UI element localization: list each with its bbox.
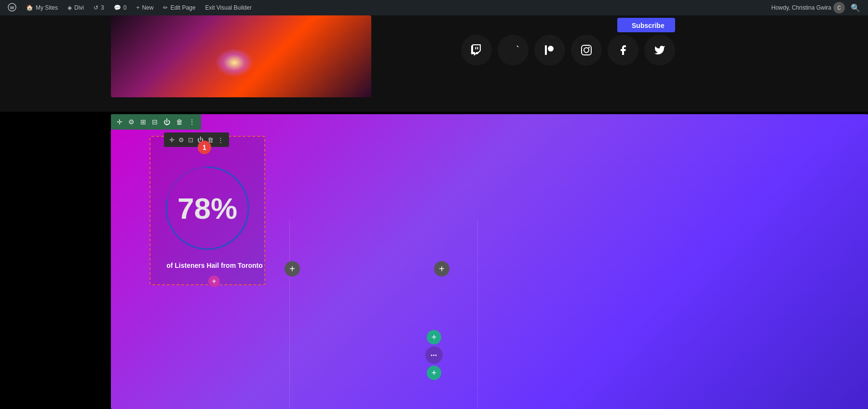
module-settings-icon[interactable]: ⚙	[178, 136, 185, 144]
stat-description: of Listeners Hail from Toronto	[159, 261, 270, 271]
svg-point-6	[588, 47, 590, 48]
divi-icon: ◈	[68, 4, 72, 11]
my-sites-button[interactable]: 🏠 My Sites	[22, 0, 62, 15]
edit-page-button[interactable]: ✏ Edit Page	[159, 0, 199, 15]
comments-count: 0	[123, 4, 127, 11]
module-clone-icon[interactable]: ⊡	[188, 136, 194, 144]
instagram-button[interactable]	[571, 35, 602, 66]
divi-button[interactable]: ◈ Divi	[64, 0, 88, 15]
my-sites-label: My Sites	[36, 4, 58, 11]
revisions-button[interactable]: ↺ 3	[90, 0, 108, 15]
col-add-button-1[interactable]: +	[285, 261, 300, 277]
module-badge: 1	[198, 141, 211, 154]
admin-bar-right: Howdy, Christina Gwira C 🔍	[772, 2, 864, 13]
twitch-button[interactable]	[461, 35, 492, 66]
page-content: Subscribe	[0, 15, 868, 409]
add-row-button[interactable]: +	[427, 330, 441, 344]
facebook-button[interactable]	[608, 35, 638, 66]
bottom-controls: + ••• +	[425, 330, 443, 380]
stat-description-text: of Listeners Hail from Toronto	[166, 262, 263, 269]
svg-text:W: W	[10, 5, 14, 10]
upper-section: Subscribe	[0, 15, 868, 112]
wp-logo-button[interactable]: W	[4, 0, 20, 15]
section-clone-icon[interactable]: ⊞	[139, 117, 147, 127]
exit-visual-builder-label: Exit Visual Builder	[205, 4, 252, 11]
svg-point-5	[584, 48, 589, 53]
divi-label: Divi	[74, 4, 84, 11]
comments-button[interactable]: 💬 0	[110, 0, 131, 15]
svg-rect-3	[545, 45, 547, 55]
new-button[interactable]: + New	[132, 0, 157, 15]
exit-visual-builder-button[interactable]: Exit Visual Builder	[201, 0, 256, 15]
pencil-icon: ✏	[163, 4, 168, 11]
module-move-icon[interactable]: ✛	[169, 136, 175, 144]
my-sites-icon: 🏠	[26, 4, 33, 11]
hero-image	[111, 15, 371, 97]
add-module-inside-button[interactable]: +	[208, 276, 220, 287]
user-avatar[interactable]: C	[833, 2, 845, 13]
social-icons-area	[461, 35, 675, 66]
section-settings-icon[interactable]: ⚙	[127, 117, 136, 127]
plus-icon: +	[136, 4, 139, 11]
youtube-button[interactable]	[498, 35, 529, 66]
wordpress-icon: W	[8, 3, 16, 13]
cta-subscribe-button[interactable]: Subscribe	[617, 18, 675, 32]
svg-point-2	[548, 46, 554, 52]
col-divider-1	[289, 220, 290, 409]
patreon-button[interactable]	[534, 35, 565, 66]
revisions-icon: ↺	[94, 4, 98, 11]
admin-bar: W 🏠 My Sites ◈ Divi ↺ 3 💬 0 + New ✏ Edit…	[0, 0, 868, 15]
section-toolbar: ✛ ⚙ ⊞ ⊟ ⏻ 🗑 ⋮	[111, 114, 201, 130]
module-toolbar: ✛ ⚙ ⊡ ⏻ 🗑 ⋮	[164, 132, 229, 147]
greeting-text: Howdy, Christina Gwira	[772, 4, 831, 11]
section-more-icon[interactable]: ⋮	[188, 117, 196, 127]
col-add-button-2[interactable]: +	[434, 261, 449, 277]
section-delete-icon[interactable]: 🗑	[175, 117, 184, 127]
badge-number: 1	[203, 144, 206, 151]
section-move-icon[interactable]: ✛	[116, 117, 123, 127]
section-disable-icon[interactable]: ⏻	[163, 117, 171, 127]
section-layout-icon[interactable]: ⊟	[151, 117, 159, 127]
module-more-icon[interactable]: ⋮	[217, 136, 224, 144]
comments-icon: 💬	[114, 4, 121, 11]
col-divider-2	[477, 220, 478, 409]
revisions-count: 3	[101, 4, 104, 11]
new-label: New	[142, 4, 153, 11]
svg-rect-4	[582, 45, 591, 55]
more-options-button[interactable]: •••	[425, 346, 443, 364]
edit-page-label: Edit Page	[170, 4, 195, 11]
twitter-button[interactable]	[644, 35, 675, 66]
search-icon[interactable]: 🔍	[847, 3, 864, 13]
add-section-button[interactable]: +	[427, 366, 441, 380]
